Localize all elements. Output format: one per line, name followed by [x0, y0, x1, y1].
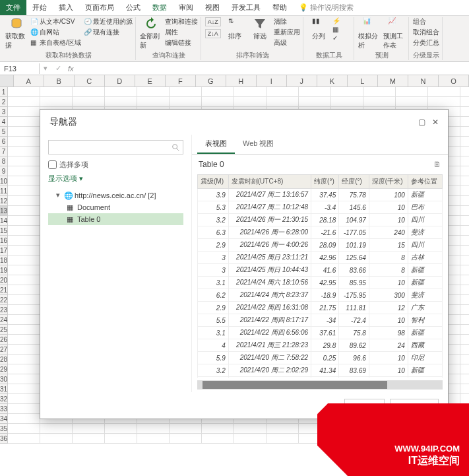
- row-header[interactable]: 23: [0, 305, 8, 315]
- col-header-cell[interactable]: 纬度(°): [311, 175, 339, 189]
- cell[interactable]: [234, 87, 266, 97]
- cell[interactable]: [8, 97, 40, 107]
- select-all-corner[interactable]: [0, 75, 14, 87]
- row-header[interactable]: 21: [0, 285, 8, 295]
- cell[interactable]: [8, 196, 40, 206]
- cell[interactable]: [460, 156, 469, 166]
- col-header[interactable]: A: [14, 75, 44, 87]
- cell[interactable]: [73, 87, 105, 97]
- cell[interactable]: [460, 127, 469, 137]
- cell[interactable]: [8, 156, 40, 166]
- row-header[interactable]: 18: [0, 255, 8, 265]
- cell[interactable]: [8, 226, 40, 236]
- cell[interactable]: [8, 216, 40, 226]
- advanced[interactable]: 高级: [274, 38, 300, 48]
- cell[interactable]: [8, 127, 40, 137]
- sort-button[interactable]: ⇅排序: [224, 17, 246, 41]
- cell[interactable]: [363, 97, 396, 107]
- cell[interactable]: [460, 87, 469, 97]
- tree-document[interactable]: ▦Document: [48, 201, 183, 213]
- cell[interactable]: [460, 285, 469, 295]
- row-header[interactable]: 25: [0, 325, 8, 335]
- cell[interactable]: [8, 147, 40, 156]
- cell[interactable]: [8, 265, 40, 275]
- tab-home[interactable]: 开始: [26, 0, 53, 15]
- cell[interactable]: [460, 305, 469, 315]
- cell[interactable]: [8, 275, 40, 285]
- dialog-close[interactable]: ✕: [432, 118, 439, 127]
- sort-asc[interactable]: A↓Z: [205, 17, 221, 26]
- table-row[interactable]: 3.12021/4/24 周六 18:10:5642.9585.9510新疆: [198, 277, 443, 289]
- row-header[interactable]: 9: [0, 166, 8, 176]
- cell[interactable]: [170, 424, 202, 434]
- row-header[interactable]: 8: [0, 156, 8, 166]
- cell[interactable]: [73, 97, 105, 107]
- cell[interactable]: [202, 87, 234, 97]
- row-header[interactable]: 5: [0, 127, 8, 137]
- tab-formula[interactable]: 公式: [120, 0, 146, 15]
- group-btn[interactable]: 组合: [413, 17, 439, 26]
- name-box[interactable]: F13: [0, 63, 40, 74]
- preview-options-icon[interactable]: 🗎: [433, 160, 441, 169]
- cell[interactable]: [8, 137, 40, 147]
- cell[interactable]: [460, 176, 469, 186]
- table-row[interactable]: 6.22021/4/24 周六 8:23:37-18.9-175.95300斐济: [198, 289, 443, 302]
- cell[interactable]: [202, 424, 234, 434]
- cell[interactable]: [137, 424, 170, 434]
- row-header[interactable]: 19: [0, 265, 8, 275]
- properties[interactable]: 属性: [165, 28, 198, 37]
- cell[interactable]: [8, 246, 40, 255]
- cell[interactable]: [396, 97, 428, 107]
- cell[interactable]: [460, 364, 469, 374]
- row-header[interactable]: 6: [0, 137, 8, 147]
- cell[interactable]: [170, 97, 202, 107]
- row-header[interactable]: 16: [0, 236, 8, 246]
- row-header[interactable]: 20: [0, 275, 8, 285]
- tab-view[interactable]: 视图: [199, 0, 226, 15]
- cell[interactable]: [460, 295, 469, 305]
- cell[interactable]: [460, 137, 469, 147]
- cell[interactable]: [234, 97, 266, 107]
- row-header[interactable]: 28: [0, 355, 8, 364]
- reapply[interactable]: 重新应用: [274, 28, 300, 37]
- cell[interactable]: [460, 394, 469, 404]
- row-header[interactable]: 11: [0, 186, 8, 196]
- cell[interactable]: [234, 434, 266, 444]
- from-csv[interactable]: 📄从文本/CSV: [30, 17, 81, 26]
- existing-conn[interactable]: 🔗现有连接: [84, 28, 133, 37]
- cell[interactable]: [40, 97, 73, 107]
- col-header[interactable]: B: [44, 75, 75, 87]
- whatif-button[interactable]: 📊模拟分析: [358, 17, 381, 50]
- tab-dev[interactable]: 开发工具: [226, 0, 266, 15]
- tree-table0[interactable]: ▦Table 0: [48, 213, 183, 225]
- cell[interactable]: [460, 345, 469, 355]
- col-header[interactable]: K: [317, 75, 348, 87]
- row-header[interactable]: 31: [0, 384, 8, 394]
- cell[interactable]: [460, 384, 469, 394]
- cell[interactable]: [299, 97, 331, 107]
- col-header-cell[interactable]: 深度(千米): [369, 175, 408, 189]
- cell[interactable]: [460, 186, 469, 196]
- row-header[interactable]: 35: [0, 424, 8, 434]
- cell[interactable]: [137, 87, 170, 97]
- cell[interactable]: [266, 424, 299, 434]
- row-header[interactable]: 24: [0, 315, 8, 325]
- row-header[interactable]: 30: [0, 374, 8, 384]
- table-row[interactable]: 6.32021/4/26 周一 6:28:00-21.6-177.05240斐济: [198, 226, 443, 239]
- cell[interactable]: [460, 226, 469, 236]
- cell[interactable]: [8, 335, 40, 345]
- cell[interactable]: [331, 97, 363, 107]
- table-row[interactable]: 5.52021/4/22 周四 8:17:17-34-72.410智利: [198, 314, 443, 327]
- tab-review[interactable]: 审阅: [173, 0, 199, 15]
- cell[interactable]: [460, 97, 469, 107]
- dialog-maximize[interactable]: ▢: [418, 118, 425, 127]
- cell[interactable]: [8, 117, 40, 127]
- cell[interactable]: [73, 424, 105, 434]
- display-options[interactable]: 显示选项 ▾: [48, 174, 183, 184]
- tree-root[interactable]: ▾🌐http://news.ceic.ac.cn/ [2]: [48, 189, 183, 201]
- tab-layout[interactable]: 页面布局: [79, 0, 120, 15]
- cell[interactable]: [8, 186, 40, 196]
- table-row[interactable]: 2.92021/4/22 周四 16:31:0821.75111.8112广东: [198, 302, 443, 314]
- cell[interactable]: [8, 394, 40, 404]
- cell[interactable]: [8, 345, 40, 355]
